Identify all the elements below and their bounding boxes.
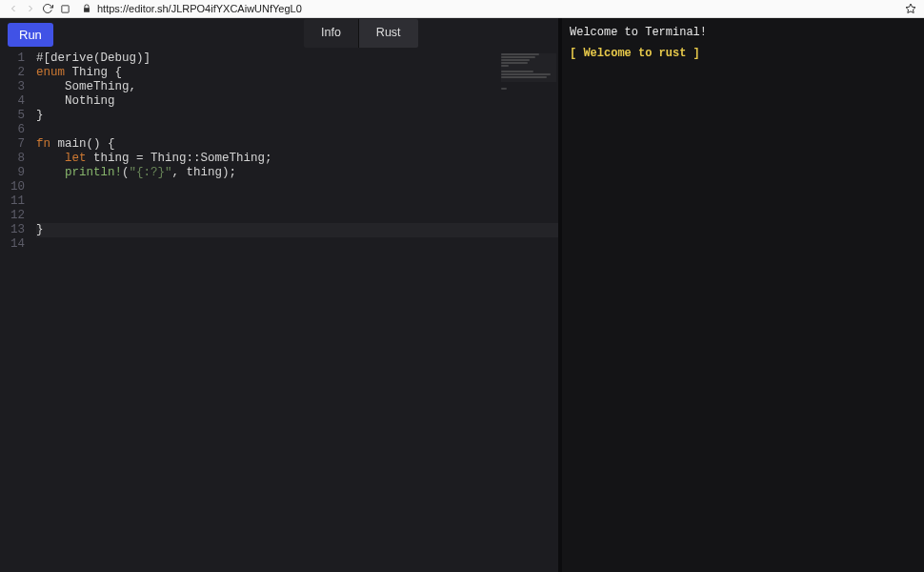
url-text: https://editor.sh/JLRPO4ifYXCAiwUNfYegL0 <box>97 3 302 14</box>
browser-chrome: https://editor.sh/JLRPO4ifYXCAiwUNfYegL0 <box>0 0 924 18</box>
code-line[interactable]: println!("{:?}", thing); <box>36 166 558 180</box>
svg-marker-1 <box>906 4 915 13</box>
editor-pane: Run InfoRust 1234567891011121314 #[deriv… <box>0 18 558 572</box>
line-gutter: 1234567891011121314 <box>0 51 36 572</box>
code-line[interactable]: enum Thing { <box>36 66 558 80</box>
terminal-pane[interactable]: Welcome to Terminal! [ Welcome to rust ] <box>562 18 924 572</box>
editor-topbar: Run InfoRust <box>0 18 558 50</box>
line-number: 7 <box>0 137 25 152</box>
svg-rect-0 <box>61 5 68 11</box>
tab-icon[interactable] <box>59 3 70 14</box>
app-frame: Run InfoRust 1234567891011121314 #[deriv… <box>0 18 924 572</box>
line-number: 5 <box>0 109 25 123</box>
line-number: 13 <box>0 223 25 237</box>
code-editor[interactable]: 1234567891011121314 #[derive(Debug)]enum… <box>0 51 558 572</box>
line-number: 14 <box>0 237 25 252</box>
line-number: 1 <box>0 51 25 66</box>
code-line[interactable] <box>36 123 558 137</box>
code-line[interactable] <box>36 194 558 209</box>
code-line[interactable]: let thing = Thing::SomeThing; <box>36 152 558 166</box>
back-icon[interactable] <box>8 3 19 14</box>
code-line[interactable] <box>36 209 558 223</box>
tab-info[interactable]: Info <box>304 19 358 48</box>
line-number: 8 <box>0 152 25 166</box>
line-number: 6 <box>0 123 25 137</box>
terminal-line: Welcome to Terminal! <box>570 24 916 41</box>
code-line[interactable]: #[derive(Debug)] <box>36 51 558 66</box>
tab-bar: InfoRust <box>304 19 418 48</box>
line-number: 2 <box>0 66 25 80</box>
code-line[interactable] <box>36 180 558 194</box>
terminal-line: [ Welcome to rust ] <box>570 45 916 62</box>
bookmark-star-icon[interactable] <box>905 3 916 14</box>
line-number: 4 <box>0 94 25 109</box>
line-number: 12 <box>0 209 25 223</box>
line-number: 3 <box>0 80 25 94</box>
code-line[interactable]: Nothing <box>36 94 558 109</box>
code-line[interactable]: } <box>36 223 558 237</box>
line-number: 11 <box>0 194 25 209</box>
code-line[interactable] <box>36 237 558 252</box>
code-line[interactable]: SomeThing, <box>36 80 558 94</box>
address-bar[interactable]: https://editor.sh/JLRPO4ifYXCAiwUNfYegL0 <box>82 3 899 14</box>
code-line[interactable]: } <box>36 109 558 123</box>
tab-rust[interactable]: Rust <box>358 19 418 48</box>
code-line[interactable]: fn main() { <box>36 137 558 152</box>
lock-icon <box>82 4 91 13</box>
run-button[interactable]: Run <box>8 23 53 47</box>
line-number: 10 <box>0 180 25 194</box>
code-content[interactable]: #[derive(Debug)]enum Thing { SomeThing, … <box>36 51 558 572</box>
forward-icon[interactable] <box>25 3 36 14</box>
reload-icon[interactable] <box>42 3 53 14</box>
line-number: 9 <box>0 166 25 180</box>
